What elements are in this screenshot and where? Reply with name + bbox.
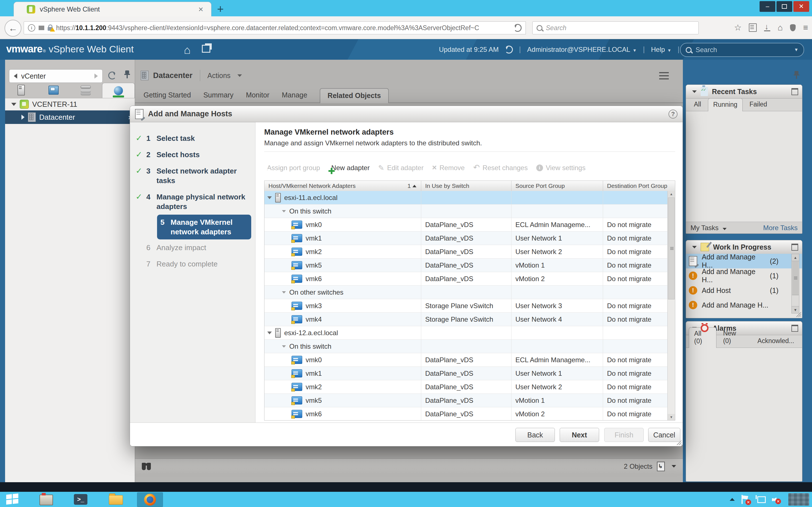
reload-button[interactable] (510, 21, 526, 34)
expander-icon[interactable] (21, 115, 24, 120)
back-chevron-icon[interactable] (14, 73, 17, 78)
next-button[interactable]: Next (560, 428, 599, 442)
chevron-down-icon[interactable] (672, 465, 676, 467)
tab-networking[interactable] (102, 83, 135, 98)
navigator-history-icon[interactable] (108, 71, 116, 79)
menu-hamburger-icon[interactable]: ≡ (803, 23, 808, 32)
find-binoculars-icon[interactable] (142, 463, 146, 470)
url-text[interactable]: https://10.1.1.200:9443/vsphere-client/#… (56, 24, 479, 32)
actions-menu[interactable]: Actions (207, 71, 231, 80)
expander-icon[interactable] (267, 332, 272, 334)
wizard-step-3[interactable]: ✓3Select network adapter tasks (130, 163, 255, 189)
popout-icon[interactable] (792, 88, 798, 95)
mixed-content-lock-icon[interactable] (48, 27, 53, 31)
table-row[interactable]: vmk2DataPlane_vDSUser Network 2Do not mi… (264, 245, 675, 259)
vsphere-search-box[interactable]: Search ▼ (680, 43, 804, 57)
start-button[interactable] (6, 494, 19, 506)
table-row[interactable]: vmk6DataPlane_vDSvMotion 2Do not migrate (264, 407, 675, 420)
table-row[interactable]: On this switch (264, 340, 675, 353)
wizard-step-2[interactable]: ✓2Select hosts (130, 147, 255, 163)
url-bar[interactable]: i https://10.1.1.200:9443/vsphere-client… (24, 21, 518, 34)
browser-search-box[interactable]: Search (532, 21, 699, 34)
scroll-up-icon[interactable]: ▲ (792, 254, 799, 261)
tab-related-objects[interactable]: Related Objects (320, 88, 389, 103)
table-row[interactable]: vmk5DataPlane_vDSvMotion 1Do not migrate (264, 394, 675, 407)
recent-tasks-tab-running[interactable]: Running (708, 98, 743, 111)
scroll-thumb[interactable] (668, 198, 675, 299)
expander-icon[interactable] (282, 291, 286, 293)
work-in-progress-header[interactable]: Work In Progress (686, 240, 802, 254)
scroll-up-icon[interactable]: ▲ (668, 191, 675, 197)
bookmark-star-icon[interactable]: ☆ (734, 23, 742, 32)
browser-tab[interactable]: vSphere Web Client × (13, 2, 211, 17)
navigator-pin-icon[interactable] (123, 70, 131, 79)
alarms-tab[interactable]: Acknowled... (753, 335, 799, 348)
wizard-step-4[interactable]: ✓4Manage physical network adapters (130, 189, 255, 215)
wip-item[interactable]: Add and Manage H...(2) (686, 254, 802, 269)
table-scrollbar[interactable]: ▲ ▼ (667, 191, 675, 420)
expander-icon[interactable] (282, 345, 286, 348)
action-center-flag-icon[interactable]: ✕ (742, 495, 749, 504)
expander-icon[interactable] (267, 196, 272, 199)
wip-item[interactable]: !Add and Manage H... (686, 298, 802, 313)
tab-summary[interactable]: Summary (203, 91, 234, 103)
site-info-icon[interactable]: i (28, 24, 35, 32)
column-header[interactable]: In Use by Switch (421, 181, 511, 191)
powershell-icon[interactable]: >_ (74, 494, 87, 505)
tree-item-vcenter[interactable]: VCENTER-11 (5, 98, 135, 110)
wizard-step-1[interactable]: ✓1Select task (130, 130, 255, 147)
panel-pin-icon[interactable] (793, 71, 800, 79)
recent-tasks-tab-failed[interactable]: Failed (744, 98, 772, 111)
tab-manage[interactable]: Manage (282, 91, 307, 103)
table-row[interactable]: vmk1DataPlane_vDSUser Network 1Do not mi… (264, 367, 675, 380)
dialog-title-bar[interactable]: Add and Manage Hosts ? (130, 106, 682, 122)
expander-icon[interactable] (282, 210, 286, 212)
navigator-breadcrumb[interactable]: vCenter (9, 69, 103, 83)
table-row[interactable]: vmk0DataPlane_vDSECL Admin Manageme...Do… (264, 218, 675, 231)
tab-hosts-and-clusters[interactable] (5, 82, 38, 98)
network-status-icon[interactable] (756, 495, 765, 504)
recent-tasks-header[interactable]: Recent Tasks (686, 85, 802, 99)
window-minimize-button[interactable]: – (760, 1, 775, 12)
column-header[interactable]: Destination Port Group (603, 181, 675, 191)
refresh-icon[interactable] (505, 46, 513, 54)
scroll-down-icon[interactable]: ▼ (792, 306, 799, 313)
vsphere-layouts-icon[interactable] (202, 45, 210, 53)
server-manager-icon[interactable] (40, 495, 53, 505)
tab-storage[interactable] (70, 82, 102, 98)
table-row[interactable]: On other switches (264, 286, 675, 299)
tab-close-icon[interactable]: × (198, 5, 203, 13)
popout-icon[interactable] (792, 325, 798, 332)
table-row[interactable]: vmk4Storage Plane vSwitchUser Network 4D… (264, 313, 675, 326)
column-header[interactable]: Source Port Group (511, 181, 603, 191)
vsphere-home-icon[interactable]: ⌂ (184, 44, 191, 56)
wip-item[interactable]: !Add and Manage H...(1) (686, 269, 802, 283)
export-icon[interactable] (657, 462, 665, 471)
table-row[interactable]: esxi-11.a.ecl.local (264, 191, 675, 205)
new-tab-button[interactable]: + (217, 4, 223, 14)
downloads-icon[interactable] (764, 24, 770, 31)
wip-scrollbar[interactable]: ▲ ▼ (792, 254, 799, 314)
sort-indicator[interactable]: 1 (407, 182, 421, 189)
bookmarks-menu-icon[interactable] (749, 23, 757, 32)
firefox-taskbar-button[interactable] (137, 492, 163, 507)
tab-monitor[interactable]: Monitor (246, 91, 269, 103)
chevron-down-icon[interactable]: ▼ (794, 47, 799, 52)
tree-item-datacenter[interactable]: Datacenter › (5, 110, 135, 124)
collapse-icon[interactable] (692, 91, 697, 93)
view-options-icon[interactable] (659, 72, 669, 79)
table-row[interactable]: vmk1DataPlane_vDSUser Network 1Do not mi… (264, 231, 675, 245)
recent-tasks-tab-all[interactable]: All (689, 98, 706, 111)
collapse-icon[interactable] (692, 246, 697, 248)
back-button[interactable]: Back (515, 428, 555, 442)
table-row[interactable]: vmk6DataPlane_vDSvMotion 2Do not migrate (264, 272, 675, 286)
clock-area-blurred[interactable] (788, 493, 809, 506)
table-row[interactable]: vmk0DataPlane_vDSECL Admin Manageme...Do… (264, 353, 675, 367)
show-hidden-icons-button[interactable] (730, 498, 735, 501)
popout-icon[interactable] (792, 244, 798, 251)
wizard-step-5[interactable]: 5Manage VMkernel network adapters (130, 215, 255, 239)
new-adapter-button[interactable]: New adapter (328, 164, 370, 172)
scroll-down-icon[interactable]: ▼ (668, 414, 675, 420)
table-row[interactable]: vmk3Storage Plane vSwitchUser Network 3D… (264, 299, 675, 313)
help-menu[interactable]: Help▼ (651, 46, 671, 54)
